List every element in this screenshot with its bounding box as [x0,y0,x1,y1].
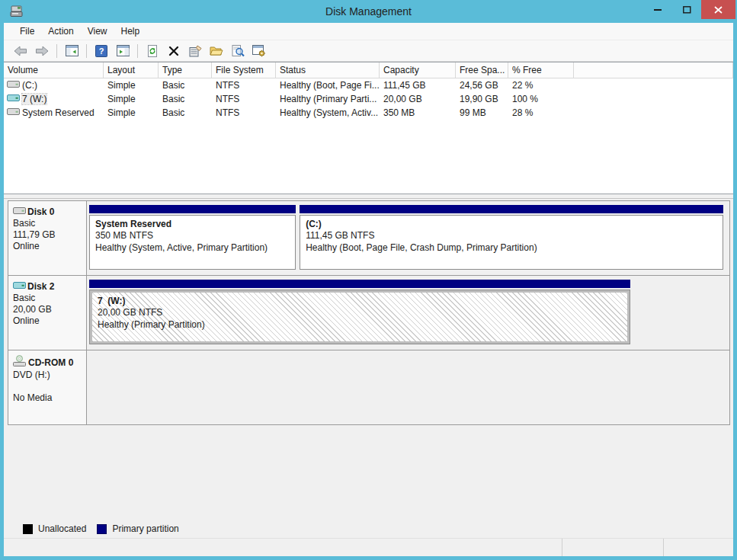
cell-free: 24,56 GB [456,80,508,91]
menu-bar: FileActionViewHelp [4,23,733,40]
partition-block[interactable]: 7 (W:)20,00 GB NTFSHealthy (Primary Part… [89,280,630,344]
disk-info-line: Basic [13,293,83,304]
disk-management-window: Disk Management FileActionViewHelp ? Vol… [0,0,737,560]
column-header-file-system[interactable]: File System [212,62,276,78]
partition-name: (C:) [306,219,721,230]
find-icon[interactable] [229,43,247,59]
column-header-layout[interactable]: Layout [104,62,159,78]
legend-swatch [23,524,33,534]
show-console-tree-icon[interactable] [62,43,81,59]
cell-capacity: 20,00 GB [380,94,456,104]
volume-icon [7,107,20,119]
cell-free: 99 MB [456,107,508,118]
cell-layout: Simple [104,80,159,91]
partition-size: 111,45 GB NTFS [306,230,721,242]
legend-item: Unallocated [23,523,86,534]
help-icon[interactable]: ? [92,43,111,59]
disk-info-line [13,381,83,392]
open-icon[interactable] [207,43,226,59]
volume-table-header: VolumeLayoutTypeFile SystemStatusCapacit… [4,62,733,78]
cell-fs: NTFS [212,94,276,104]
menu-file[interactable]: File [13,24,41,39]
disk-info-line: Online [13,315,83,327]
cell-type: Basic [159,94,212,104]
disk-label-panel[interactable]: Disk 2Basic20,00 GBOnline [8,276,87,350]
partition-name: 7 (W:) [98,296,626,307]
column-header-status[interactable]: Status [276,62,380,78]
cell-layout: Simple [104,94,159,104]
disk-row: Disk 2Basic20,00 GBOnline7 (W:)20,00 GB … [8,275,730,350]
legend-swatch [97,524,107,534]
partition-size: 20,00 GB NTFS [98,307,626,319]
partition-block[interactable]: System Reserved350 MB NTFSHealthy (Syste… [89,205,296,270]
disk-info-line: 111,79 GB [13,229,83,241]
partition-status: Healthy (Primary Partition) [98,319,626,331]
disk-info-line: No Media [13,392,83,404]
volume-name: 7 (W:) [22,94,46,104]
cell-fs: NTFS [212,107,276,118]
cell-layout: Simple [104,107,159,118]
toolbar-separator [137,44,138,58]
disk-icon [13,206,26,218]
partition-name: System Reserved [95,219,293,230]
menu-help[interactable]: Help [114,24,147,39]
cell-type: Basic [159,107,212,118]
back-arrow-icon[interactable] [11,43,30,59]
disk-row: CD-ROM 0DVD (H:)No Media [8,350,730,425]
menu-view[interactable]: View [81,24,114,39]
cdrom-icon [13,355,27,370]
volume-row[interactable]: System ReservedSimpleBasicNTFSHealthy (S… [4,106,733,120]
disk-settings-icon[interactable] [250,43,268,59]
partition-status: Healthy (Boot, Page File, Crash Dump, Pr… [306,242,721,254]
partition-color-band [89,280,630,288]
cell-type: Basic [159,80,212,91]
column-header-%-free[interactable]: % Free [508,62,574,78]
titlebar: Disk Management [0,0,737,23]
disk-info-line: Basic [13,218,83,229]
maximize-button[interactable] [672,0,701,19]
column-header-free-spa---[interactable]: Free Spa... [456,62,508,78]
volume-cell: (C:) [4,79,104,91]
forward-arrow-icon[interactable] [33,43,51,59]
properties-icon[interactable] [186,43,204,59]
menu-action[interactable]: Action [41,24,80,39]
disk-graph-area [87,350,729,424]
column-header-type[interactable]: Type [159,62,212,78]
partition-block[interactable]: (C:)111,45 GB NTFSHealthy (Boot, Page Fi… [300,205,723,270]
cell-capacity: 350 MB [380,107,456,118]
show-action-pane-icon[interactable] [114,43,132,59]
volume-icon [7,79,20,91]
column-header-filler [574,62,733,78]
volume-icon [7,93,20,105]
partition-body: 7 (W:)20,00 GB NTFSHealthy (Primary Part… [89,290,630,344]
refresh-icon[interactable] [143,43,162,59]
status-bar-section [664,539,733,556]
volume-cell: 7 (W:) [4,93,104,105]
disk-label-panel[interactable]: Disk 0Basic111,79 GBOnline [8,201,87,275]
window-title: Disk Management [0,5,737,18]
minimize-button[interactable] [643,0,672,19]
volume-row[interactable]: (C:)SimpleBasicNTFSHealthy (Boot, Page F… [4,78,733,92]
column-header-volume[interactable]: Volume [4,62,104,78]
close-button[interactable] [701,0,735,19]
volume-name: System Reserved [22,107,95,118]
disk-info-line: 20,00 GB [13,304,83,315]
cell-fs: NTFS [212,80,276,91]
volume-table-body: (C:)SimpleBasicNTFSHealthy (Boot, Page F… [4,78,733,120]
legend-label: Unallocated [38,523,86,534]
delete-icon[interactable] [165,43,183,59]
legend-item: Primary partition [97,523,178,534]
disk-info-line: Online [13,241,83,252]
volume-row[interactable]: 7 (W:)SimpleBasicNTFSHealthy (Primary Pa… [4,92,733,106]
disk-name: CD-ROM 0 [28,357,73,368]
column-header-capacity[interactable]: Capacity [380,62,456,78]
volume-cell: System Reserved [4,107,104,119]
partition-body: System Reserved350 MB NTFSHealthy (Syste… [89,215,296,270]
volume-list-pane: VolumeLayoutTypeFile SystemStatusCapacit… [4,62,733,194]
status-bar-section [4,539,562,556]
cell-status: Healthy (Primary Parti... [276,94,380,104]
status-bar-section [562,539,664,556]
partition-body: (C:)111,45 GB NTFSHealthy (Boot, Page Fi… [300,215,723,270]
cell-status: Healthy (Boot, Page Fi... [276,80,380,91]
disk-label-panel[interactable]: CD-ROM 0DVD (H:)No Media [8,350,87,424]
